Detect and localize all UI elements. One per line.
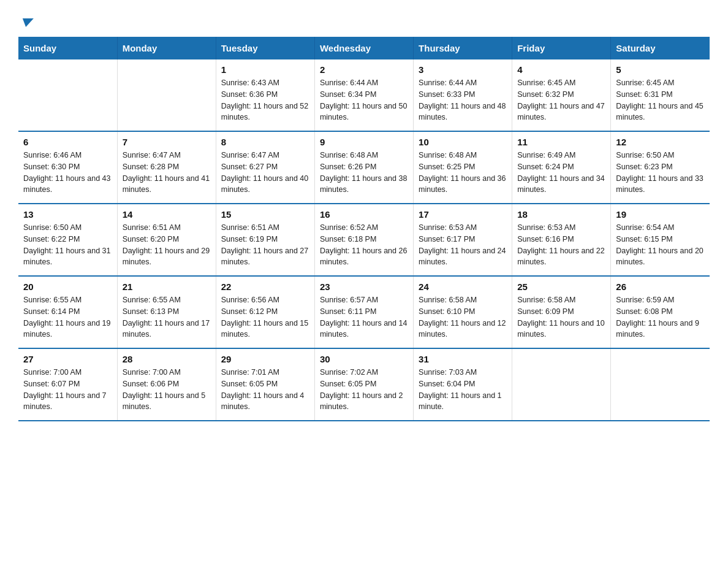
day-number: 26 (616, 282, 705, 292)
day-cell: 20Sunrise: 6:55 AMSunset: 6:14 PMDayligh… (18, 276, 117, 348)
day-info: Sunrise: 6:45 AMSunset: 6:31 PMDaylight:… (616, 77, 705, 123)
week-row-3: 13Sunrise: 6:50 AMSunset: 6:22 PMDayligh… (18, 204, 710, 276)
day-number: 15 (221, 209, 309, 220)
logo (18, 12, 32, 26)
day-number: 27 (23, 354, 112, 364)
day-info: Sunrise: 6:43 AMSunset: 6:36 PMDaylight:… (221, 77, 309, 123)
weekday-header-thursday: Thursday (414, 37, 512, 59)
day-info: Sunrise: 6:48 AMSunset: 6:26 PMDaylight:… (320, 150, 408, 196)
day-cell: 1Sunrise: 6:43 AMSunset: 6:36 PMDaylight… (216, 59, 314, 131)
day-cell (512, 348, 611, 421)
day-number: 6 (23, 137, 112, 147)
day-cell: 5Sunrise: 6:45 AMSunset: 6:31 PMDaylight… (611, 59, 710, 131)
day-info: Sunrise: 6:54 AMSunset: 6:15 PMDaylight:… (616, 222, 705, 268)
day-number: 13 (23, 209, 112, 220)
day-info: Sunrise: 6:47 AMSunset: 6:27 PMDaylight:… (221, 150, 309, 196)
day-cell: 15Sunrise: 6:51 AMSunset: 6:19 PMDayligh… (216, 204, 314, 276)
logo-arrow-icon (20, 18, 34, 27)
day-cell: 14Sunrise: 6:51 AMSunset: 6:20 PMDayligh… (117, 204, 216, 276)
day-cell: 7Sunrise: 6:47 AMSunset: 6:28 PMDaylight… (117, 131, 216, 204)
day-cell: 26Sunrise: 6:59 AMSunset: 6:08 PMDayligh… (611, 276, 710, 348)
day-cell: 10Sunrise: 6:48 AMSunset: 6:25 PMDayligh… (414, 131, 512, 204)
day-number: 10 (419, 137, 507, 147)
weekday-header-row: SundayMondayTuesdayWednesdayThursdayFrid… (18, 37, 710, 59)
day-number: 12 (616, 137, 705, 147)
day-cell (18, 59, 117, 131)
day-cell: 9Sunrise: 6:48 AMSunset: 6:26 PMDaylight… (314, 131, 413, 204)
logo-blue (18, 17, 32, 26)
day-cell: 18Sunrise: 6:53 AMSunset: 6:16 PMDayligh… (512, 204, 611, 276)
day-cell: 24Sunrise: 6:58 AMSunset: 6:10 PMDayligh… (414, 276, 512, 348)
day-cell: 29Sunrise: 7:01 AMSunset: 6:05 PMDayligh… (216, 348, 314, 421)
day-info: Sunrise: 6:59 AMSunset: 6:08 PMDaylight:… (616, 294, 705, 340)
day-number: 18 (517, 209, 605, 220)
day-number: 9 (320, 137, 408, 147)
day-number: 4 (517, 64, 605, 75)
day-cell: 21Sunrise: 6:55 AMSunset: 6:13 PMDayligh… (117, 276, 216, 348)
day-cell: 25Sunrise: 6:58 AMSunset: 6:09 PMDayligh… (512, 276, 611, 348)
day-cell: 6Sunrise: 6:46 AMSunset: 6:30 PMDaylight… (18, 131, 117, 204)
day-info: Sunrise: 6:50 AMSunset: 6:23 PMDaylight:… (616, 150, 705, 196)
day-info: Sunrise: 6:51 AMSunset: 6:20 PMDaylight:… (123, 222, 211, 268)
day-number: 22 (221, 282, 309, 292)
day-info: Sunrise: 6:44 AMSunset: 6:34 PMDaylight:… (320, 77, 408, 123)
week-row-5: 27Sunrise: 7:00 AMSunset: 6:07 PMDayligh… (18, 348, 710, 421)
day-cell: 28Sunrise: 7:00 AMSunset: 6:06 PMDayligh… (117, 348, 216, 421)
day-info: Sunrise: 6:47 AMSunset: 6:28 PMDaylight:… (123, 150, 211, 196)
weekday-header-wednesday: Wednesday (314, 37, 413, 59)
weekday-header-sunday: Sunday (18, 37, 117, 59)
day-cell: 8Sunrise: 6:47 AMSunset: 6:27 PMDaylight… (216, 131, 314, 204)
day-cell: 11Sunrise: 6:49 AMSunset: 6:24 PMDayligh… (512, 131, 611, 204)
day-number: 25 (517, 282, 605, 292)
day-info: Sunrise: 6:50 AMSunset: 6:22 PMDaylight:… (23, 222, 112, 268)
day-info: Sunrise: 6:49 AMSunset: 6:24 PMDaylight:… (517, 150, 605, 196)
day-cell: 31Sunrise: 7:03 AMSunset: 6:04 PMDayligh… (414, 348, 512, 421)
day-info: Sunrise: 6:58 AMSunset: 6:09 PMDaylight:… (517, 294, 605, 340)
day-info: Sunrise: 6:51 AMSunset: 6:19 PMDaylight:… (221, 222, 309, 268)
weekday-header-monday: Monday (117, 37, 216, 59)
day-info: Sunrise: 7:00 AMSunset: 6:06 PMDaylight:… (123, 367, 211, 413)
day-info: Sunrise: 6:53 AMSunset: 6:17 PMDaylight:… (419, 222, 507, 268)
day-number: 2 (320, 64, 408, 75)
day-number: 23 (320, 282, 408, 292)
day-info: Sunrise: 7:00 AMSunset: 6:07 PMDaylight:… (23, 367, 112, 413)
day-cell: 4Sunrise: 6:45 AMSunset: 6:32 PMDaylight… (512, 59, 611, 131)
day-info: Sunrise: 6:52 AMSunset: 6:18 PMDaylight:… (320, 222, 408, 268)
day-info: Sunrise: 6:55 AMSunset: 6:14 PMDaylight:… (23, 294, 112, 340)
day-cell: 2Sunrise: 6:44 AMSunset: 6:34 PMDaylight… (314, 59, 413, 131)
day-number: 1 (221, 64, 309, 75)
day-info: Sunrise: 6:57 AMSunset: 6:11 PMDaylight:… (320, 294, 408, 340)
day-number: 3 (419, 64, 507, 75)
week-row-4: 20Sunrise: 6:55 AMSunset: 6:14 PMDayligh… (18, 276, 710, 348)
day-info: Sunrise: 6:46 AMSunset: 6:30 PMDaylight:… (23, 150, 112, 196)
day-info: Sunrise: 7:01 AMSunset: 6:05 PMDaylight:… (221, 367, 309, 413)
day-number: 19 (616, 209, 705, 220)
day-number: 14 (123, 209, 211, 220)
day-number: 5 (616, 64, 705, 75)
day-number: 30 (320, 354, 408, 364)
day-number: 24 (419, 282, 507, 292)
day-info: Sunrise: 6:45 AMSunset: 6:32 PMDaylight:… (517, 77, 605, 123)
day-cell: 23Sunrise: 6:57 AMSunset: 6:11 PMDayligh… (314, 276, 413, 348)
day-cell: 30Sunrise: 7:02 AMSunset: 6:05 PMDayligh… (314, 348, 413, 421)
day-cell: 3Sunrise: 6:44 AMSunset: 6:33 PMDaylight… (414, 59, 512, 131)
day-info: Sunrise: 7:03 AMSunset: 6:04 PMDaylight:… (419, 367, 507, 413)
day-cell: 19Sunrise: 6:54 AMSunset: 6:15 PMDayligh… (611, 204, 710, 276)
day-cell: 22Sunrise: 6:56 AMSunset: 6:12 PMDayligh… (216, 276, 314, 348)
day-cell: 12Sunrise: 6:50 AMSunset: 6:23 PMDayligh… (611, 131, 710, 204)
day-cell: 13Sunrise: 6:50 AMSunset: 6:22 PMDayligh… (18, 204, 117, 276)
day-info: Sunrise: 6:48 AMSunset: 6:25 PMDaylight:… (419, 150, 507, 196)
day-info: Sunrise: 6:44 AMSunset: 6:33 PMDaylight:… (419, 77, 507, 123)
day-cell: 17Sunrise: 6:53 AMSunset: 6:17 PMDayligh… (414, 204, 512, 276)
day-cell (611, 348, 710, 421)
day-number: 21 (123, 282, 211, 292)
weekday-header-friday: Friday (512, 37, 611, 59)
day-info: Sunrise: 6:56 AMSunset: 6:12 PMDaylight:… (221, 294, 309, 340)
day-number: 17 (419, 209, 507, 220)
week-row-2: 6Sunrise: 6:46 AMSunset: 6:30 PMDaylight… (18, 131, 710, 204)
day-number: 20 (23, 282, 112, 292)
weekday-header-tuesday: Tuesday (216, 37, 314, 59)
day-number: 29 (221, 354, 309, 364)
day-number: 8 (221, 137, 309, 147)
day-cell: 16Sunrise: 6:52 AMSunset: 6:18 PMDayligh… (314, 204, 413, 276)
